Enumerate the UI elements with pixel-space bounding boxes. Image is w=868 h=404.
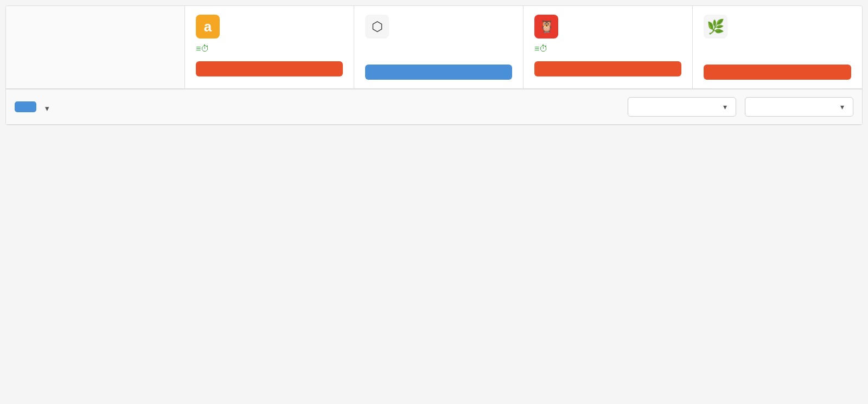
reviewers-dropdown[interactable]: ▾ xyxy=(745,97,853,117)
hootsuite-cta-button[interactable] xyxy=(534,61,681,76)
header-empty-cell xyxy=(6,6,185,88)
hootsuite-quick-response-icon: ≡⏱ xyxy=(534,44,548,54)
sprout-icon: 🌿 xyxy=(704,15,727,39)
export-button[interactable]: ▾ xyxy=(45,102,49,112)
header-sprout: 🌿 xyxy=(693,6,862,88)
categories-chevron: ▾ xyxy=(723,102,727,111)
comparison-table: a ≡⏱ ⬡ 🦉 ≡⏱ xyxy=(5,5,863,125)
hootsuite-name-row: 🦉 xyxy=(534,15,681,39)
sprout-name-row: 🌿 xyxy=(704,15,851,39)
export-chevron: ▾ xyxy=(45,104,49,112)
agorapulse-icon: a xyxy=(196,15,220,39)
header-row: a ≡⏱ ⬡ 🦉 ≡⏱ xyxy=(6,6,862,89)
agorapulse-cta-button[interactable] xyxy=(196,61,343,76)
sprout-cta-button[interactable] xyxy=(704,65,851,80)
toolbar-row: ▾ ▾ ▾ xyxy=(6,89,862,125)
customize-button[interactable] xyxy=(15,101,36,112)
sprout-spacer xyxy=(704,44,851,65)
buffer-icon: ⬡ xyxy=(365,15,389,39)
hootsuite-icon: 🦉 xyxy=(534,15,558,39)
buffer-cta-button[interactable] xyxy=(365,65,512,80)
hootsuite-quick-response: ≡⏱ xyxy=(534,44,681,54)
quick-response-icon: ≡⏱ xyxy=(196,44,209,54)
reviewers-chevron: ▾ xyxy=(840,102,844,111)
buffer-spacer xyxy=(365,44,512,65)
agorapulse-quick-response: ≡⏱ xyxy=(196,44,343,54)
buffer-name-row: ⬡ xyxy=(365,15,512,39)
agorapulse-name-row: a xyxy=(196,15,343,39)
header-hootsuite: 🦉 ≡⏱ xyxy=(524,6,693,88)
categories-dropdown[interactable]: ▾ xyxy=(628,97,736,117)
header-agorapulse: a ≡⏱ xyxy=(185,6,354,88)
header-buffer: ⬡ xyxy=(354,6,524,88)
